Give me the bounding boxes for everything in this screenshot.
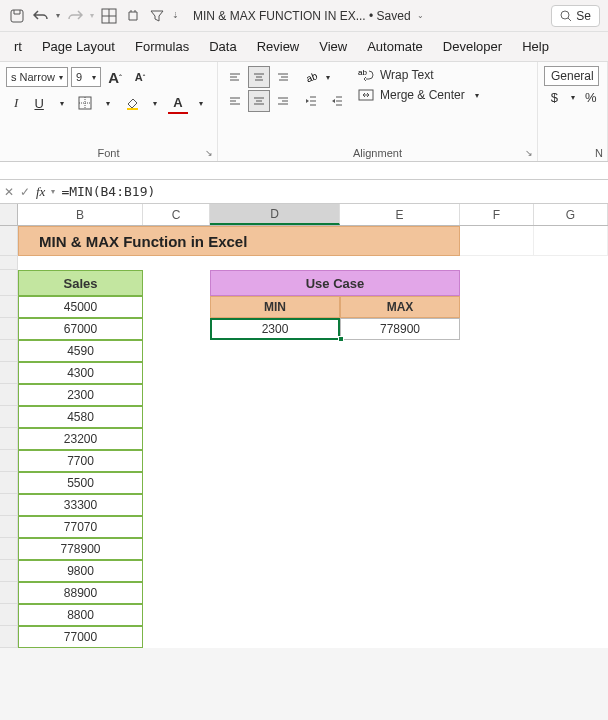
empty-cell[interactable] xyxy=(143,340,210,362)
merge-dropdown-icon[interactable]: ▾ xyxy=(475,91,479,100)
percent-icon[interactable]: % xyxy=(581,86,602,108)
empty-cell[interactable] xyxy=(143,362,210,384)
sales-cell[interactable]: 77000 xyxy=(18,626,143,648)
orientation-icon[interactable]: ab xyxy=(300,66,322,88)
sales-cell[interactable]: 4580 xyxy=(18,406,143,428)
wrap-text-button[interactable]: ab Wrap Text xyxy=(358,68,479,82)
row-header[interactable] xyxy=(0,226,18,256)
sales-cell[interactable]: 4590 xyxy=(18,340,143,362)
fill-color-button[interactable] xyxy=(122,92,142,114)
number-format-select[interactable]: General xyxy=(544,66,599,86)
row-header[interactable] xyxy=(0,296,18,318)
underline-button[interactable]: U xyxy=(29,92,49,114)
col-g[interactable]: G xyxy=(534,204,608,225)
font-color-button[interactable]: A xyxy=(168,92,188,114)
empty-cell[interactable] xyxy=(210,472,340,494)
empty-cell[interactable] xyxy=(340,362,460,384)
empty-cell[interactable] xyxy=(340,494,460,516)
col-b[interactable]: B xyxy=(18,204,143,225)
empty-cell[interactable] xyxy=(340,384,460,406)
empty-cell[interactable] xyxy=(340,450,460,472)
align-right-icon[interactable] xyxy=(272,90,294,112)
empty-cell[interactable] xyxy=(340,340,460,362)
redo-dropdown-icon[interactable]: ▾ xyxy=(90,11,94,20)
search-box[interactable]: Se xyxy=(551,5,600,27)
row-header[interactable] xyxy=(0,384,18,406)
indent-decrease-icon[interactable] xyxy=(300,90,322,112)
max-header[interactable]: MAX xyxy=(340,296,460,318)
autosave-icon[interactable] xyxy=(8,7,26,25)
empty-cell[interactable] xyxy=(340,560,460,582)
empty-cell[interactable] xyxy=(210,516,340,538)
empty-cell[interactable] xyxy=(143,428,210,450)
fill-handle[interactable] xyxy=(338,336,344,342)
empty-cell[interactable] xyxy=(340,626,460,648)
tab-help[interactable]: Help xyxy=(512,33,559,60)
empty-cell[interactable] xyxy=(340,406,460,428)
row-header[interactable] xyxy=(0,582,18,604)
title-cell[interactable]: MIN & MAX Function in Excel xyxy=(18,226,460,256)
sales-cell[interactable]: 67000 xyxy=(18,318,143,340)
empty-cell[interactable] xyxy=(18,256,143,270)
col-d[interactable]: D xyxy=(210,204,340,225)
tab-developer[interactable]: Developer xyxy=(433,33,512,60)
empty-cell[interactable] xyxy=(340,428,460,450)
col-f[interactable]: F xyxy=(460,204,534,225)
empty-cell[interactable] xyxy=(340,256,460,270)
empty-cell[interactable] xyxy=(143,472,210,494)
col-e[interactable]: E xyxy=(340,204,460,225)
empty-cell[interactable] xyxy=(210,428,340,450)
font-launcher-icon[interactable]: ↘ xyxy=(205,148,213,158)
tab-page-layout[interactable]: Page Layout xyxy=(32,33,125,60)
sales-cell[interactable]: 2300 xyxy=(18,384,143,406)
min-header[interactable]: MIN xyxy=(210,296,340,318)
currency-dropdown-icon[interactable]: ▾ xyxy=(571,93,575,102)
empty-cell[interactable] xyxy=(340,538,460,560)
row-header[interactable] xyxy=(0,340,18,362)
sales-cell[interactable]: 5500 xyxy=(18,472,143,494)
row-header[interactable] xyxy=(0,494,18,516)
font-name-select[interactable]: s Narrow▾ xyxy=(6,67,68,87)
align-left-icon[interactable] xyxy=(224,90,246,112)
tab-formulas[interactable]: Formulas xyxy=(125,33,199,60)
increase-font-icon[interactable]: Aˆ xyxy=(104,66,126,88)
align-launcher-icon[interactable]: ↘ xyxy=(525,148,533,158)
empty-cell[interactable] xyxy=(143,318,210,340)
currency-icon[interactable]: $ xyxy=(544,86,565,108)
row-header[interactable] xyxy=(0,516,18,538)
sales-cell[interactable]: 77070 xyxy=(18,516,143,538)
empty-cell[interactable] xyxy=(340,604,460,626)
filter-icon[interactable] xyxy=(148,7,166,25)
worksheet[interactable]: MIN & MAX Function in Excel Sales Use Ca… xyxy=(0,226,608,648)
row-header[interactable] xyxy=(0,472,18,494)
empty-cell[interactable] xyxy=(340,472,460,494)
fill-dropdown-icon[interactable]: ▾ xyxy=(145,92,165,114)
empty-cell[interactable] xyxy=(210,626,340,648)
title-dropdown-icon[interactable]: ⌄ xyxy=(417,11,424,20)
grid-icon[interactable] xyxy=(100,7,118,25)
tab-partial[interactable]: rt xyxy=(4,33,32,60)
row-header[interactable] xyxy=(0,538,18,560)
row-header[interactable] xyxy=(0,428,18,450)
qat-overflow-icon[interactable]: ⇣ xyxy=(172,11,179,20)
redo-icon[interactable] xyxy=(66,7,84,25)
empty-cell[interactable] xyxy=(143,270,210,296)
row-header[interactable] xyxy=(0,270,18,296)
undo-dropdown-icon[interactable]: ▾ xyxy=(56,11,60,20)
align-top-center-icon[interactable] xyxy=(248,66,270,88)
empty-cell[interactable] xyxy=(143,384,210,406)
empty-cell[interactable] xyxy=(534,226,608,256)
row-header[interactable] xyxy=(0,318,18,340)
empty-cell[interactable] xyxy=(143,582,210,604)
empty-cell[interactable] xyxy=(210,604,340,626)
empty-cell[interactable] xyxy=(210,494,340,516)
row-header[interactable] xyxy=(0,256,18,270)
sales-cell[interactable]: 45000 xyxy=(18,296,143,318)
underline-dropdown-icon[interactable]: ▾ xyxy=(52,92,72,114)
empty-cell[interactable] xyxy=(143,604,210,626)
undo-icon[interactable] xyxy=(32,7,50,25)
sales-cell[interactable]: 9800 xyxy=(18,560,143,582)
empty-cell[interactable] xyxy=(143,494,210,516)
merge-center-button[interactable]: Merge & Center ▾ xyxy=(358,88,479,102)
empty-cell[interactable] xyxy=(143,406,210,428)
